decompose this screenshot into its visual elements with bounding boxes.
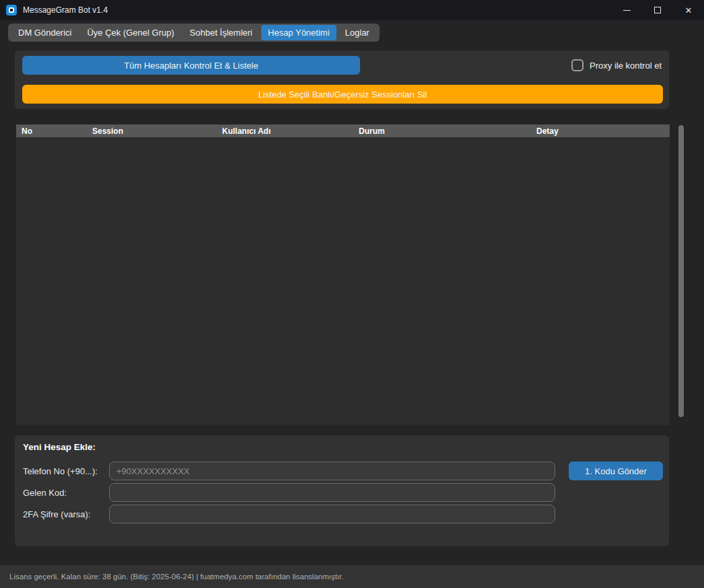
tab-dm-gonderici[interactable]: DM Gönderici (11, 25, 78, 40)
table-scrollbar[interactable] (678, 125, 684, 417)
maximize-icon (654, 7, 661, 13)
accounts-table-body (16, 137, 670, 425)
minimize-button[interactable] (611, 0, 642, 20)
twofa-input[interactable] (109, 505, 555, 523)
twofa-row: 2FA Şifre (varsa): (23, 505, 662, 523)
minimize-icon (623, 10, 631, 11)
title-bar: MessageGram Bot v1.4 ✕ (0, 0, 704, 20)
column-header-detay[interactable]: Detay (531, 126, 670, 136)
proxy-checkbox-group[interactable]: Proxy ile kontrol et (571, 56, 663, 75)
close-icon: ✕ (685, 5, 693, 15)
tab-uye-cek[interactable]: Üye Çek (Genel Grup) (80, 25, 180, 40)
app-logo-icon (6, 5, 17, 15)
window-controls: ✕ (611, 0, 704, 20)
code-label: Gelen Kod: (23, 488, 109, 498)
tab-loglar[interactable]: Loglar (339, 25, 376, 40)
check-all-accounts-button[interactable]: Tüm Hesapları Kontrol Et & Listele (22, 56, 360, 75)
column-header-kullanici-adi[interactable]: Kullanıcı Adı (217, 126, 353, 136)
license-status-text: Lisans geçerli. Kalan süre: 38 gün. (Bit… (9, 573, 343, 581)
new-account-panel: Yeni Hesap Ekle: Telefon No (+90...): 1.… (15, 435, 669, 546)
delete-selected-sessions-button[interactable]: Listede Seçili Banlı/Geçersiz Sessionlar… (22, 85, 663, 104)
proxy-checkbox[interactable] (571, 59, 584, 71)
code-input[interactable] (109, 483, 555, 502)
tab-hesap-yonetimi[interactable]: Hesap Yönetimi (261, 25, 337, 40)
code-row: Gelen Kod: (23, 483, 662, 502)
account-controls-panel: Tüm Hesapları Kontrol Et & Listele Proxy… (15, 50, 669, 109)
phone-row: Telefon No (+90...): (23, 462, 662, 480)
new-account-heading: Yeni Hesap Ekle: (23, 442, 96, 452)
column-header-session[interactable]: Session (87, 126, 217, 136)
close-button[interactable]: ✕ (673, 0, 704, 20)
twofa-label: 2FA Şifre (varsa): (23, 509, 109, 519)
column-header-no[interactable]: No (16, 126, 87, 136)
send-code-button[interactable]: 1. Kodu Gönder (569, 462, 663, 480)
window-title: MessageGram Bot v1.4 (23, 5, 108, 15)
tab-bar: DM Gönderici Üye Çek (Genel Grup) Sohbet… (8, 24, 380, 42)
accounts-table-header: No Session Kullanıcı Adı Durum Detay (16, 124, 670, 137)
phone-input[interactable] (109, 462, 555, 480)
tab-sohbet-islemleri[interactable]: Sohbet İşlemleri (183, 25, 259, 40)
column-header-durum[interactable]: Durum (353, 126, 531, 136)
proxy-checkbox-label: Proxy ile kontrol et (590, 61, 662, 71)
phone-label: Telefon No (+90...): (23, 466, 109, 476)
maximize-button[interactable] (642, 0, 673, 20)
status-bar: Lisans geçerli. Kalan süre: 38 gün. (Bit… (0, 565, 704, 588)
accounts-table: No Session Kullanıcı Adı Durum Detay (16, 124, 670, 425)
